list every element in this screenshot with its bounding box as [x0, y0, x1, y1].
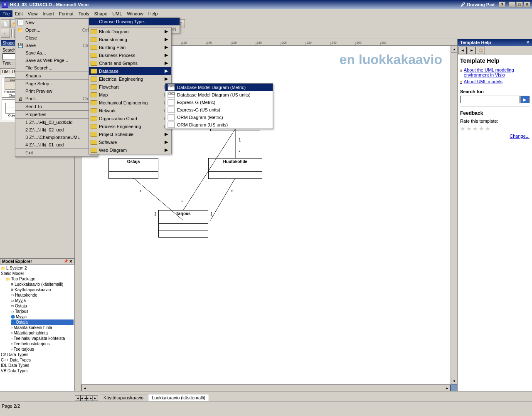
tree-item-tee-tarjous[interactable]: ○ Tee tarjous [11, 347, 74, 352]
express-g-us[interactable]: Express-G (US units) [165, 106, 273, 114]
help-search-btn[interactable]: ▶ [520, 96, 530, 103]
dt-flowchart[interactable]: Flowchart ▶ [89, 83, 171, 91]
dt-process-engineering[interactable]: Process Engineering ▶ [89, 122, 171, 130]
menu-properties[interactable]: Properties [15, 110, 98, 118]
dt-building-plan[interactable]: Building Plan ▶ [89, 43, 171, 51]
vscrollbar[interactable]: ▲ ▼ [451, 46, 457, 384]
help-home-btn[interactable]: 🏠 [477, 47, 485, 54]
tree-item-myyja2[interactable]: 🔵 Myyjä [11, 314, 74, 319]
menu-item-tools[interactable]: Tools [76, 10, 92, 17]
maximize-btn[interactable]: □ [516, 2, 523, 7]
dt-map[interactable]: Map ▶ [89, 91, 171, 99]
tree-item-myyja[interactable]: ▭ Myyja [11, 298, 74, 303]
orm-us[interactable]: ORM Diagram (US units) [165, 121, 273, 129]
menu-item-insert[interactable]: Insert [40, 10, 57, 17]
hscrollbar[interactable]: ◄ ► [81, 384, 451, 391]
menu-item-window[interactable]: Window [125, 10, 146, 17]
dt-project-schedule[interactable]: Project Schedule ▶ [89, 130, 171, 138]
menu-item-format[interactable]: Format [57, 10, 76, 17]
star-1[interactable]: ★ [460, 125, 466, 132]
tab-last-btn[interactable]: ►► [86, 395, 92, 401]
db-model-metric[interactable]: Database Model Diagram (Metric) [165, 84, 273, 91]
vscroll-up-btn[interactable]: ▲ [451, 46, 457, 52]
dt-brainstorming[interactable]: Brainstorming ▶ [89, 35, 171, 43]
tb-new-btn[interactable]: 📄 [1, 19, 10, 28]
dt-software[interactable]: Software ▶ [89, 138, 171, 146]
help-link-uml-models[interactable]: ● About UML models [460, 79, 530, 84]
vscroll-down-btn[interactable]: ▼ [451, 378, 457, 384]
menu-recent-1[interactable]: 1 Z:\...\Hkj_03_ucd&cld [15, 118, 98, 126]
menu-close[interactable]: Close [15, 34, 98, 42]
tree-item-luokkakaavio[interactable]: ⊞ Luokkakaavio (käsitemalli) [11, 282, 74, 287]
tree-item-top-package[interactable]: 📁 Top Package [6, 276, 74, 282]
model-explorer[interactable]: Model Explorer 📌 ✕ 📁 L System 2 Static M… [0, 258, 74, 391]
help-search-input[interactable] [460, 96, 520, 103]
tree-item-cpp[interactable]: C++ Data Types [1, 357, 74, 363]
orm-metric[interactable]: ORM Diagram (Metric) [165, 114, 273, 121]
tab-prev-btn[interactable]: ◄ [75, 395, 81, 401]
menu-recent-4[interactable]: 4 Z:\...\Hkj_01_ucd [15, 141, 98, 149]
tree-item-huutokohde[interactable]: ▭ Huutokohde [11, 292, 74, 298]
help-close-btn[interactable]: ✕ [526, 40, 530, 45]
title-question-btn[interactable]: ? [499, 2, 505, 7]
menu-print[interactable]: 🖨 Print... Ctrl+P [15, 95, 98, 102]
star-5[interactable]: ★ [485, 125, 490, 132]
change-link[interactable]: Change... [510, 134, 530, 139]
star-4[interactable]: ★ [479, 125, 484, 132]
uml-box-tarjous[interactable]: Tarjous [158, 210, 208, 238]
menu-item-file[interactable]: File [0, 10, 12, 17]
express-g-metric[interactable]: Express-G (Metric) [165, 99, 273, 106]
tree-item-maarinta-pohja[interactable]: ○ Määritä pohjahinta [11, 330, 74, 336]
menu-recent-3[interactable]: 3 Z:\...\ChampionzoneUML [15, 134, 98, 141]
menu-item-shape[interactable]: Shape [91, 10, 110, 17]
uml-box-ostaja[interactable]: Ostaja [108, 158, 158, 179]
dt-business-process[interactable]: Business Process ▶ [89, 51, 171, 59]
tab-next-btn[interactable]: ► [92, 395, 98, 401]
menu-choose-drawing-type[interactable]: Choose Drawing Type... [89, 18, 180, 25]
tab-kayttotapaus[interactable]: Käyttötapauskaavio [100, 394, 147, 401]
minimize-btn[interactable]: _ [509, 2, 515, 7]
tree-item-vb[interactable]: VB Data Types [1, 368, 74, 374]
help-link-uml-env[interactable]: ● About the UML modeling environment in … [460, 67, 530, 77]
menu-save-as[interactable]: Save As... [15, 49, 98, 57]
menu-save-web[interactable]: Save as Web Page... [15, 57, 98, 64]
menu-exit[interactable]: Exit [15, 149, 98, 156]
tb-arrow-btn[interactable]: ← [1, 29, 10, 38]
tree-item-ostaja[interactable]: ▭ Ostaja [11, 303, 74, 309]
menu-save[interactable]: 💾 Save Ctrl+S [15, 42, 98, 49]
explorer-close-btn[interactable]: ✕ [69, 259, 72, 264]
menu-page-setup[interactable]: Page Setup... [15, 79, 98, 87]
tree-item-maarinta-korkein[interactable]: ○ Määritä korkein hinta [11, 325, 74, 330]
help-forward-btn[interactable]: ► [468, 47, 476, 54]
close-btn[interactable]: ✕ [524, 2, 530, 7]
help-back-btn[interactable]: ◄ [458, 47, 467, 54]
menu-item-view[interactable]: View [25, 10, 40, 17]
tree-item-tarjous[interactable]: ▭ Tarjous [11, 309, 74, 314]
tree-item-tee-haku[interactable]: ○ Tee haku vapaista kohteista [11, 336, 74, 341]
dt-mechanical[interactable]: Mechanical Engineering ▶ [89, 99, 171, 106]
star-2[interactable]: ★ [466, 125, 472, 132]
tree-item-ostaja2[interactable]: 🔵 Ostaja [11, 319, 74, 325]
dt-network[interactable]: Network ▶ [89, 106, 171, 114]
tab-first-btn[interactable]: ◄◄ [81, 395, 86, 401]
menu-item-help[interactable]: Help [146, 10, 160, 17]
tree-item-csharp[interactable]: C# Data Types [1, 352, 74, 357]
star-3[interactable]: ★ [473, 125, 478, 132]
tree-item-kayttotapaus[interactable]: ⊞ Käyttötapauskaavio [11, 287, 74, 292]
explorer-pin-btn[interactable]: 📌 [64, 259, 68, 264]
menu-open[interactable]: 📂 Open... Ctrl+O [15, 26, 98, 34]
menu-new[interactable]: 📄 New ▶ [15, 19, 98, 26]
tree-item-static-model[interactable]: Static Model [1, 271, 74, 276]
menu-file-search[interactable]: File Search... [15, 64, 98, 72]
uml-box-huutokohde[interactable]: Huutokohde [208, 158, 262, 179]
tree-item-l-system[interactable]: 📁 L System 2 [1, 265, 74, 271]
hscroll-right-btn[interactable]: ► [444, 385, 451, 391]
menu-shapes[interactable]: Shapes ▶ [15, 72, 98, 79]
tree-item-tee-heti[interactable]: ○ Tee heti ostotarjous [11, 341, 74, 347]
dt-org-chart[interactable]: Organization Chart ▶ [89, 114, 171, 122]
menu-send-to[interactable]: Send To ▶ [15, 102, 98, 110]
db-model-us[interactable]: Database Model Diagram (US units) [165, 91, 273, 99]
dt-database[interactable]: Database ▶ [89, 67, 171, 75]
menu-recent-2[interactable]: 2 Z:\...\Hkj_02_ucd [15, 126, 98, 134]
dt-charts[interactable]: Charts and Graphs ▶ [89, 59, 171, 67]
